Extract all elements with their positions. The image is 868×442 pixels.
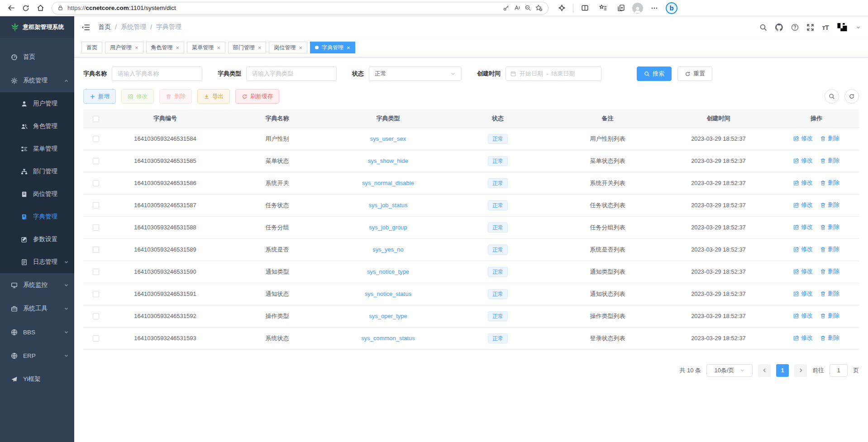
tab-post[interactable]: 岗位管理×: [269, 42, 307, 53]
search-button[interactable]: 搜索: [637, 67, 672, 81]
extensions-sparkle-icon[interactable]: [555, 1, 568, 15]
collections-icon[interactable]: [614, 1, 628, 15]
fullscreen-icon[interactable]: [806, 24, 814, 31]
tab-role[interactable]: 角色管理×: [146, 42, 185, 53]
row-edit-link[interactable]: 修改: [793, 134, 813, 143]
url-bar[interactable]: https://ccnetcore.com:1101/system/dict: [52, 2, 548, 14]
row-checkbox[interactable]: [93, 291, 99, 297]
close-icon[interactable]: ×: [176, 45, 180, 51]
row-checkbox[interactable]: [93, 158, 99, 164]
app-logo[interactable]: 意框架管理系统: [0, 16, 74, 38]
sidebar-item-erp[interactable]: ERP: [0, 344, 74, 367]
row-delete-link[interactable]: 删除: [820, 157, 839, 165]
row-delete-link[interactable]: 删除: [820, 134, 839, 143]
reload-icon[interactable]: [19, 1, 33, 15]
help-icon[interactable]: [791, 24, 799, 31]
tab-dept[interactable]: 部门管理×: [228, 42, 267, 53]
dict-type-link[interactable]: sys_oper_type: [369, 313, 407, 319]
dict-type-input[interactable]: 请输入字典类型: [246, 67, 337, 81]
dict-type-link[interactable]: sys_yes_no: [372, 246, 404, 253]
sidebar-item-tools[interactable]: 系统工具: [0, 297, 74, 320]
toggle-search-button[interactable]: [825, 89, 839, 104]
text-size-icon[interactable]: тT: [822, 24, 829, 31]
goto-page-input[interactable]: 1: [830, 364, 848, 377]
row-checkbox[interactable]: [93, 313, 99, 319]
row-checkbox[interactable]: [93, 269, 99, 275]
home-icon[interactable]: [33, 1, 47, 15]
row-edit-link[interactable]: 修改: [793, 157, 813, 165]
status-select[interactable]: 正常: [369, 67, 462, 81]
row-edit-link[interactable]: 修改: [793, 334, 813, 342]
dict-type-link[interactable]: sys_notice_status: [365, 290, 411, 297]
row-delete-link[interactable]: 删除: [820, 290, 839, 298]
bing-discover-icon[interactable]: b: [666, 2, 677, 14]
prev-page-button[interactable]: [758, 364, 771, 377]
zoom-out-icon[interactable]: [525, 5, 531, 11]
close-icon[interactable]: ×: [217, 45, 220, 51]
refresh-cache-button[interactable]: 刷新缓存: [235, 89, 279, 104]
row-delete-link[interactable]: 删除: [820, 312, 839, 320]
close-icon[interactable]: ×: [347, 45, 350, 51]
row-edit-link[interactable]: 修改: [793, 179, 813, 187]
refresh-table-button[interactable]: [844, 89, 859, 104]
dict-type-link[interactable]: sys_job_status: [369, 202, 408, 209]
breadcrumb-item[interactable]: 系统管理: [121, 23, 146, 31]
date-range-picker[interactable]: 开始日期 - 结束日期: [506, 67, 601, 81]
dict-type-link[interactable]: sys_common_status: [361, 335, 415, 342]
github-icon[interactable]: [775, 23, 783, 32]
row-delete-link[interactable]: 删除: [820, 334, 839, 342]
dict-type-link[interactable]: sys_notice_type: [367, 268, 409, 275]
modify-button[interactable]: 修改: [121, 89, 154, 104]
sidebar-item-yi[interactable]: Yi框架: [0, 367, 74, 391]
back-icon[interactable]: [5, 1, 18, 15]
add-button[interactable]: 新增: [83, 89, 116, 104]
row-checkbox[interactable]: [93, 180, 99, 186]
browser-profile-avatar[interactable]: [632, 3, 643, 14]
dict-type-link[interactable]: sys_job_group: [369, 224, 407, 231]
read-aloud-icon[interactable]: [514, 5, 520, 11]
sidebar-item-home[interactable]: 首页: [0, 45, 74, 69]
url-text[interactable]: https://ccnetcore.com:1101/system/dict: [67, 5, 499, 11]
row-checkbox[interactable]: [93, 247, 99, 253]
delete-button[interactable]: 删除: [159, 89, 192, 104]
password-key-icon[interactable]: [503, 5, 510, 11]
export-button[interactable]: 导出: [197, 89, 230, 104]
tab-menu[interactable]: 菜单管理×: [187, 42, 225, 53]
breadcrumb-item[interactable]: 字典管理: [156, 23, 181, 31]
row-edit-link[interactable]: 修改: [793, 201, 813, 209]
sidebar-item-post[interactable]: 岗位管理: [0, 183, 74, 205]
row-checkbox[interactable]: [93, 224, 99, 231]
dict-type-link[interactable]: sys_normal_disable: [362, 180, 414, 186]
row-checkbox[interactable]: [93, 136, 99, 142]
dict-name-input[interactable]: 请输入字典名称: [112, 67, 202, 81]
tab-home[interactable]: 首页: [81, 42, 102, 53]
sidebar-collapse-icon[interactable]: [81, 23, 90, 32]
row-edit-link[interactable]: 修改: [793, 312, 813, 320]
page-size-select[interactable]: 10条/页: [706, 364, 753, 377]
row-checkbox[interactable]: [93, 335, 99, 342]
chevron-down-icon[interactable]: [856, 25, 861, 30]
row-checkbox[interactable]: [93, 202, 99, 209]
favorites-bar-icon[interactable]: [596, 1, 610, 15]
row-delete-link[interactable]: 删除: [820, 223, 839, 231]
sidebar-item-dept[interactable]: 部门管理: [0, 160, 74, 183]
select-all-checkbox[interactable]: [93, 116, 99, 122]
tab-user[interactable]: 用户管理×: [105, 42, 143, 53]
sidebar-item-dict[interactable]: 字典管理: [0, 205, 74, 228]
sidebar-item-bbs[interactable]: BBS: [0, 320, 74, 344]
close-icon[interactable]: ×: [299, 45, 302, 51]
tab-dict[interactable]: 字典管理×: [310, 42, 355, 53]
sidebar-item-log[interactable]: 日志管理: [0, 251, 74, 273]
search-icon[interactable]: [759, 24, 767, 31]
sidebar-item-monitor[interactable]: 系统监控: [0, 273, 74, 297]
page-number-button[interactable]: 1: [776, 364, 789, 377]
row-edit-link[interactable]: 修改: [793, 245, 813, 253]
row-delete-link[interactable]: 删除: [820, 201, 839, 209]
sidebar-item-system[interactable]: 系统管理: [0, 69, 74, 92]
sidebar-item-param[interactable]: 参数设置: [0, 228, 74, 251]
dict-type-link[interactable]: sys_show_hide: [368, 157, 408, 164]
dict-type-link[interactable]: sys_user_sex: [370, 135, 406, 142]
row-edit-link[interactable]: 修改: [793, 267, 813, 276]
next-page-button[interactable]: [794, 364, 807, 377]
sidebar-item-user[interactable]: 用户管理: [0, 92, 74, 115]
